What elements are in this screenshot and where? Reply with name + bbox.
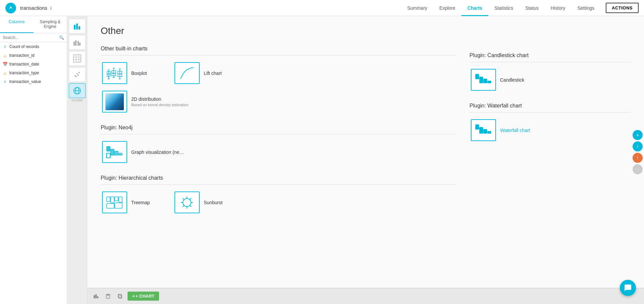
chart-type-other-label: OTHER xyxy=(71,99,83,102)
waterfall-link[interactable]: Waterfall chart xyxy=(500,128,530,133)
columns-list: # Count of records △ transaction_id 📅 tr… xyxy=(0,42,67,304)
chart-type-grid[interactable] xyxy=(69,51,86,66)
left-sections: Other Other built-in charts xyxy=(101,26,456,225)
info-icon[interactable]: ℹ xyxy=(50,5,52,11)
svg-rect-50 xyxy=(115,197,118,201)
chart-type-scatter-btn[interactable] xyxy=(69,67,86,82)
chart-type-bar2-btn[interactable] xyxy=(69,35,86,50)
nav-summary[interactable]: Summary xyxy=(401,0,433,16)
section-hierarchical: Plugin: Hierarchical charts xyxy=(101,175,456,215)
nav-settings[interactable]: Settings xyxy=(571,0,600,16)
float-info-btn[interactable]: i xyxy=(633,141,643,151)
chart-type-bar2[interactable] xyxy=(69,35,86,50)
chart-type-bar[interactable] xyxy=(69,19,86,34)
app-logo xyxy=(5,3,16,13)
card-candlestick[interactable]: Candlestick xyxy=(469,68,537,92)
chart-type-other[interactable]: OTHER xyxy=(69,83,86,102)
column-item-transaction-date[interactable]: 📅 transaction_date xyxy=(0,60,67,69)
float-warn-btn[interactable]: ! xyxy=(633,153,643,163)
dist2d-thumb xyxy=(102,91,127,113)
svg-rect-73 xyxy=(484,129,487,133)
svg-rect-38 xyxy=(106,153,110,158)
nav-history[interactable]: History xyxy=(545,0,572,16)
liftchart-label: Lift chart xyxy=(204,71,222,76)
section-neo4j: Plugin: Neo4j xyxy=(101,125,456,164)
dist2d-label: 2D distribution xyxy=(131,96,189,102)
delete-icon-btn[interactable] xyxy=(103,292,113,301)
svg-rect-49 xyxy=(111,197,114,203)
card-2d-distribution[interactable]: 2D distribution Based on kernel density … xyxy=(101,89,190,114)
chart-icon-btn[interactable] xyxy=(91,292,101,301)
candlestick-info: Candlestick xyxy=(500,77,524,83)
boxplot-thumb xyxy=(102,62,127,84)
section-hierarchical-title: Plugin: Hierarchical charts xyxy=(101,175,456,185)
column-item-transaction-type[interactable]: △ transaction_type xyxy=(0,69,67,77)
svg-rect-42 xyxy=(115,151,118,155)
nav-status[interactable]: Status xyxy=(519,0,545,16)
search-input[interactable] xyxy=(3,35,59,40)
section-waterfall: Plugin: Waterfall chart xyxy=(469,103,631,142)
col-type-warn-icon2: △ xyxy=(3,71,7,75)
float-dot-btn[interactable]: · xyxy=(633,164,643,174)
candlestick-thumb xyxy=(471,69,496,91)
svg-rect-41 xyxy=(111,149,114,155)
chart-type-grid-btn[interactable] xyxy=(69,51,86,66)
nav-statistics[interactable]: Statistics xyxy=(488,0,519,16)
candlestick-cards: Candlestick xyxy=(469,68,631,92)
svg-rect-51 xyxy=(119,197,122,202)
svg-rect-80 xyxy=(95,294,97,298)
svg-point-17 xyxy=(78,75,79,76)
card-treemap[interactable]: Treemap xyxy=(101,190,168,215)
section-candlestick: Plugin: Candlestick chart xyxy=(469,52,631,92)
card-boxplot[interactable]: Boxplot xyxy=(101,61,168,85)
sunburst-info: Sunburst xyxy=(204,200,222,205)
section-other-builtin-title: Other built-in charts xyxy=(101,46,456,55)
card-sunburst[interactable]: Sunburst xyxy=(173,190,240,215)
col-type-num-icon2: # xyxy=(3,80,7,84)
search-box: 🔍 xyxy=(0,33,67,42)
chart-type-scatter[interactable] xyxy=(69,67,86,82)
nav-charts[interactable]: Charts xyxy=(461,0,488,16)
card-graph-viz[interactable]: Graph visualization (ne… xyxy=(101,140,185,164)
right-sections: Plugin: Candlestick chart xyxy=(469,26,631,225)
svg-rect-2 xyxy=(76,24,78,30)
chart-type-bar-btn[interactable] xyxy=(69,19,86,34)
svg-rect-1 xyxy=(74,25,76,30)
svg-point-16 xyxy=(76,76,77,77)
column-item-transaction-id[interactable]: △ transaction_id xyxy=(0,51,67,60)
add-chart-button[interactable]: + + CHART xyxy=(128,292,159,301)
svg-point-0 xyxy=(8,5,14,11)
sunburst-thumb xyxy=(175,191,200,213)
dist2d-info: 2D distribution Based on kernel density … xyxy=(131,96,189,107)
app-title: transactions xyxy=(20,5,47,11)
nav-explore[interactable]: Explore xyxy=(433,0,461,16)
column-name: transaction_type xyxy=(9,71,39,75)
svg-rect-7 xyxy=(79,43,81,46)
card-waterfall[interactable]: Waterfall chart xyxy=(469,118,537,142)
candlestick-label: Candlestick xyxy=(500,77,524,83)
svg-rect-63 xyxy=(476,74,479,79)
svg-line-59 xyxy=(183,198,184,200)
card-liftchart[interactable]: Lift chart xyxy=(173,61,240,85)
tab-sampling-engine[interactable]: Sampling & Engine xyxy=(34,16,67,33)
actions-button[interactable]: ACTIONS xyxy=(606,3,639,13)
section-other-builtin: Other built-in charts xyxy=(101,46,456,114)
copy-icon-btn[interactable] xyxy=(115,292,125,301)
chart-type-other-btn[interactable] xyxy=(69,83,86,98)
section-neo4j-title: Plugin: Neo4j xyxy=(101,125,456,134)
section-waterfall-title: Plugin: Waterfall chart xyxy=(469,103,631,113)
float-add-btn[interactable]: + xyxy=(633,130,643,140)
add-chart-label: + CHART xyxy=(136,294,155,299)
graph-viz-info: Graph visualization (ne… xyxy=(131,149,184,155)
svg-point-54 xyxy=(183,199,191,207)
col-type-cal-icon: 📅 xyxy=(3,62,7,67)
svg-rect-8 xyxy=(73,55,81,62)
column-item-count-of-records[interactable]: # Count of records xyxy=(0,42,67,51)
tab-columns[interactable]: Columns xyxy=(0,16,34,33)
search-icon: 🔍 xyxy=(59,35,64,40)
content-area: Other Other built-in charts xyxy=(87,16,644,288)
column-item-transaction-value[interactable]: # transaction_value xyxy=(0,77,67,86)
svg-rect-82 xyxy=(106,295,110,298)
chat-button[interactable] xyxy=(620,280,636,296)
svg-point-14 xyxy=(77,73,78,75)
